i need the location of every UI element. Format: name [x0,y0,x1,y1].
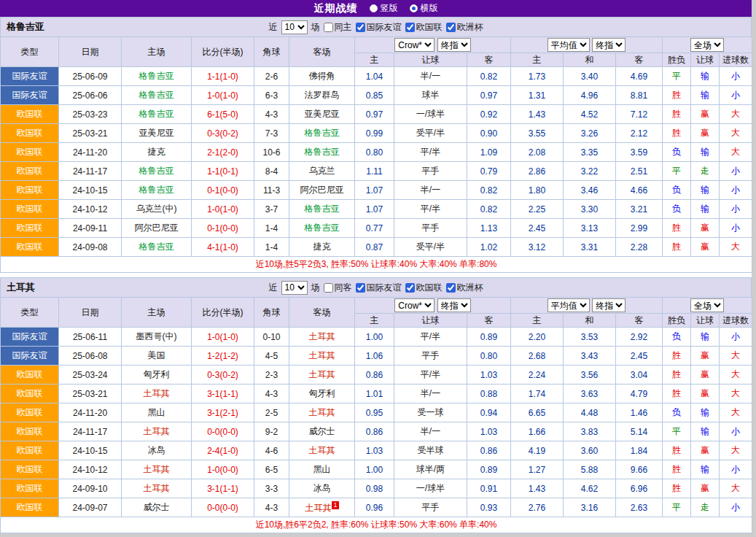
corner-cell: 0-10 [254,328,289,347]
match-count-select[interactable]: 10 [281,20,308,34]
col-goals: 进球数 [720,53,752,67]
handicap-home-odds-cell: 0.77 [355,219,394,238]
goals-result-cell: 大 [720,403,752,422]
col-corner: 角球 [254,37,289,67]
home-team-cell: 土耳其 [122,385,192,403]
handicap-result-cell: 输 [691,403,720,422]
away-team-cell: 佛得角 [289,67,355,86]
avg-time-select[interactable]: 终指 [592,298,626,312]
friendly-checkbox[interactable] [356,23,365,32]
handicap-home-odds-cell: 0.96 [355,498,394,517]
corner-cell: 4-3 [254,105,289,124]
bookmaker-select[interactable]: Crow* [394,38,434,52]
avg-home-odds-cell: 2.68 [511,347,564,366]
euro-filter[interactable]: 欧洲杯 [446,282,483,294]
avg-away-odds-cell: 3.04 [616,366,663,385]
friendly-filter[interactable]: 国际友谊 [356,282,402,294]
filter-group: 近 10 场 同主 国际友谊 欧国联 欧洲杯 [269,20,483,34]
same-side-filter[interactable]: 同客 [324,282,352,294]
handicap-home-odds-cell: 0.97 [355,105,394,124]
nations-league-filter[interactable]: 欧国联 [405,282,443,294]
avg-draw-odds-cell: 3.53 [564,328,616,347]
avg-home-odds-cell: 3.55 [511,124,564,143]
nations-league-checkbox[interactable] [405,23,415,32]
match-row: 欧国联24-09-07威尔士0-0(0-0)4-3土耳其10.96平手0.932… [1,498,752,517]
euro-checkbox[interactable] [446,23,456,32]
away-team-cell: 法罗群岛 [289,86,355,105]
nations-league-checkbox[interactable] [405,283,415,293]
score-cell: 1-1(0-1) [192,162,254,181]
average-select[interactable]: 平均值 [547,298,590,312]
friendly-filter[interactable]: 国际友谊 [356,21,402,34]
same-side-filter[interactable]: 同主 [324,21,352,34]
handicap-result-cell: 赢 [691,219,720,238]
handicap-result-cell: 输 [691,181,720,200]
match-row: 欧国联24-11-17土耳其0-0(0-0)9-2威尔士0.86半/一1.031… [1,422,752,441]
handicap-odds-group: Crow* 终指 [355,298,511,314]
same-side-checkbox[interactable] [324,283,333,293]
home-team-cell: 格鲁吉亚 [122,238,192,257]
turkey-results-table: 类型 日期 主场 比分(半场) 角球 客场 Crow* 终指 平均值 终指 [0,297,752,533]
handicap-away-odds-cell: 0.88 [467,385,511,403]
bookmaker-select[interactable]: Crow* [394,298,434,312]
away-team-cell: 土耳其 [289,403,355,422]
match-row: 国际友谊25-06-08美国1-2(1-2)4-5土耳其1.06平手0.802.… [1,347,752,366]
away-team-cell: 土耳其 [289,441,355,460]
avg-home-odds-cell: 2.86 [511,162,564,181]
match-row: 欧国联25-03-21亚美尼亚0-3(0-2)7-3格鲁吉亚0.99受平/半0.… [1,124,752,143]
handicap-home-odds-cell: 0.99 [355,124,394,143]
average-select[interactable]: 平均值 [547,38,590,52]
away-team-cell: 格鲁吉亚 [289,219,355,238]
scope-select[interactable]: 全场 [690,298,724,312]
col-handicap: 让球 [394,53,467,67]
result-cell: 胜 [663,479,691,498]
home-team-cell: 阿尔巴尼亚 [122,219,192,238]
avg-draw-odds-cell: 3.60 [564,441,616,460]
avg-away-odds-cell: 2.12 [616,124,663,143]
date-cell: 24-10-15 [59,181,122,200]
handicap-away-odds-cell: 0.93 [467,498,511,517]
avg-time-select[interactable]: 终指 [592,38,626,52]
match-row: 欧国联24-09-10土耳其3-1(1-1)3-3冰岛0.98一/球半0.911… [1,479,752,498]
avg-away-odds-cell: 5.14 [616,422,663,441]
layout-option-vertical[interactable]: 竖版 [370,2,398,15]
scope-select[interactable]: 全场 [690,38,724,52]
away-team-cell: 捷克 [289,238,355,257]
nations-league-filter[interactable]: 欧国联 [405,21,443,34]
corner-cell: 9-2 [254,422,289,441]
avg-draw-odds-cell: 4.52 [564,105,616,124]
odds-time-select[interactable]: 终指 [437,298,471,312]
handicap-away-odds-cell: 1.03 [467,422,511,441]
score-cell: 0-0(0-0) [192,422,254,441]
result-cell: 胜 [663,86,691,105]
euro-filter[interactable]: 欧洲杯 [446,21,483,34]
radio-horizontal-icon[interactable] [410,4,418,12]
handicap-line-cell: 平/半 [394,143,467,162]
scope-group: 全场 [663,37,752,53]
away-team-cell: 格鲁吉亚 [289,200,355,219]
odds-time-select[interactable]: 终指 [437,38,471,52]
away-team-cell: 格鲁吉亚 [289,143,355,162]
col-handicap-result: 让球 [691,53,720,67]
goals-result-cell: 大 [720,124,752,143]
handicap-line-cell: 平手 [394,162,467,181]
home-team-cell: 亚美尼亚 [122,124,192,143]
col-avg-draw: 和 [564,314,616,328]
layout-option-horizontal[interactable]: 横版 [410,2,438,15]
score-cell: 0-3(0-2) [192,124,254,143]
same-side-checkbox[interactable] [324,23,333,32]
handicap-result-cell: 赢 [691,238,720,257]
match-count-select[interactable]: 10 [281,281,308,295]
avg-home-odds-cell: 1.80 [511,181,564,200]
avg-away-odds-cell: 2.92 [616,328,663,347]
corner-cell: 2-6 [254,67,289,86]
radio-vertical-icon[interactable] [370,4,378,12]
friendly-checkbox[interactable] [356,283,365,293]
handicap-away-odds-cell: 0.94 [467,403,511,422]
date-cell: 24-10-12 [59,200,122,219]
col-score: 比分(半场) [192,37,254,67]
home-team-cell: 黑山 [122,403,192,422]
competition-cell: 欧国联 [1,124,59,143]
euro-checkbox[interactable] [446,283,456,293]
away-team-cell: 格鲁吉亚 [289,124,355,143]
